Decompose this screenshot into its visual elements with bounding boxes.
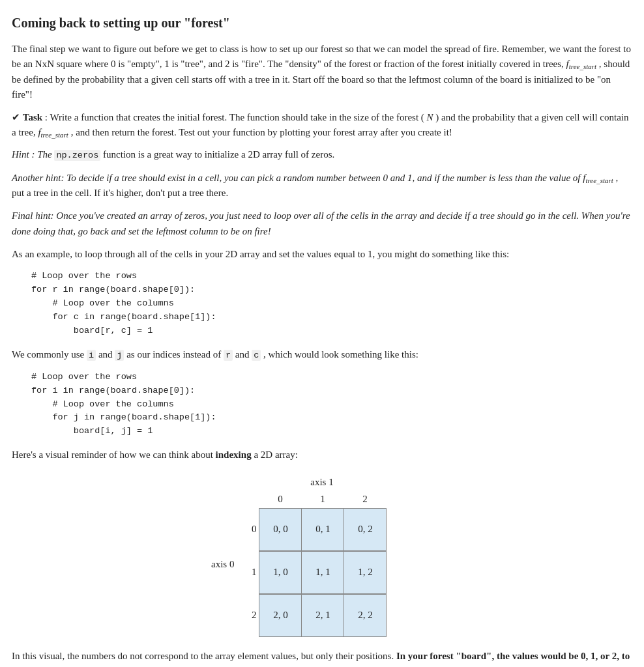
grid-row-1: 1 1, 0 1, 1 1, 2: [241, 551, 387, 594]
cell-1-1: 1, 1: [302, 552, 344, 594]
intro-paragraph: The final step we want to figure out bef…: [12, 42, 632, 102]
cell-1-0: 1, 0: [259, 552, 302, 594]
another-hint-label: Another hint: [12, 173, 61, 183]
task-text3: , and then return the forest. Test out y…: [71, 127, 452, 137]
row-header-0: 0: [241, 522, 259, 537]
array-diagram: axis 1 axis 0 0 1 2 0 0, 0 0, 1 0, 2: [12, 475, 632, 637]
cell-2-0: 2, 0: [259, 595, 302, 637]
inline-i: i: [87, 350, 96, 361]
task-n: N: [427, 112, 433, 122]
inline-j: j: [115, 350, 124, 361]
grid-row-2: 2 2, 0 2, 1 2, 2: [241, 594, 387, 637]
another-hint-section: Another hint: To decide if a tree should…: [12, 171, 632, 201]
cell-0-0: 0, 0: [259, 509, 302, 551]
row-header-1: 1: [241, 565, 259, 580]
col-header-1: 1: [301, 492, 344, 507]
indexing-bold: indexing: [216, 449, 252, 460]
cell-0-2: 0, 2: [344, 509, 387, 551]
cell-1-2: 1, 2: [344, 552, 387, 594]
hint-section: Hint : The np.zeros function is a great …: [12, 147, 632, 163]
code-block-1: # Loop over the rows for r in range(boar…: [31, 270, 632, 338]
col-header-0: 0: [259, 492, 301, 507]
grid-row-0: 0 0, 0 0, 1 0, 2: [241, 508, 387, 551]
visual-intro-text: As an example, to loop through all of th…: [12, 247, 632, 262]
axis1-label: axis 1: [211, 475, 433, 490]
axis0-label: axis 0: [211, 560, 234, 569]
visual-note: In this visual, the numbers do not corre…: [12, 649, 632, 667]
inline-c: c: [252, 350, 261, 361]
col-header-2: 2: [344, 492, 386, 507]
final-hint-section: Final hint: Once you've created an array…: [12, 208, 632, 239]
grid: 0 0, 0 0, 1 0, 2 1 1, 0 1, 1 1,: [241, 508, 387, 637]
cell-2-2: 2, 2: [344, 595, 387, 637]
final-hint-label: Final hint: [12, 210, 51, 221]
visual-reminder-paragraph: Here's a visual reminder of how we can t…: [12, 447, 632, 462]
hint-label: Hint: [12, 149, 29, 160]
common-use-paragraph: We commonly use i and j as our indices i…: [12, 347, 632, 363]
code-block-2: # Loop over the rows for i in range(boar…: [31, 371, 632, 439]
col-headers: 0 1 2: [259, 492, 387, 507]
page-title: Coming back to setting up our "forest": [12, 13, 632, 33]
task-section: ✔ Task : Write a function that creates t…: [12, 110, 632, 139]
hint-code: np.zeros: [54, 150, 100, 161]
task-label: Task: [23, 112, 42, 122]
row-header-2: 2: [241, 608, 259, 623]
task-text: : Write a function that creates the init…: [45, 112, 424, 122]
checkmark-icon: ✔: [12, 112, 23, 122]
cell-0-1: 0, 1: [302, 509, 344, 551]
inline-r: r: [224, 350, 233, 361]
cell-2-1: 2, 1: [302, 595, 344, 637]
